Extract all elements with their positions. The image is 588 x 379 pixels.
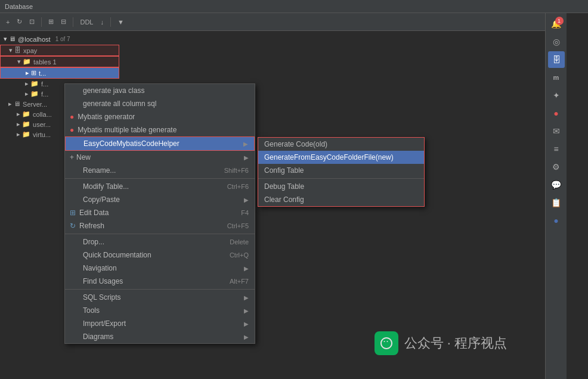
server-icon: ▸ 🖥: [8, 100, 20, 108]
edit-icon: ⊞: [70, 209, 76, 217]
menu-navigation[interactable]: Navigation ▶: [65, 262, 255, 275]
add-btn[interactable]: +: [4, 17, 12, 27]
sub-menu-clear[interactable]: Clear Config: [258, 193, 424, 206]
mybatis-icon: ●: [70, 113, 74, 121]
db-icon: ▾ 🗄: [9, 46, 21, 54]
menu-generate-column-sql[interactable]: generate all column sql: [65, 97, 255, 110]
clipboard-icon[interactable]: 📋: [548, 194, 565, 211]
tree-item-xpay[interactable]: ▾ 🗄 xpay: [0, 45, 119, 56]
red-icon-1[interactable]: ●: [548, 105, 565, 122]
m-icon[interactable]: m: [548, 69, 565, 86]
separator-2: [73, 17, 73, 27]
sub-menu-generate-new[interactable]: GenerateFromEasyCodeFolderFile(new): [258, 151, 424, 164]
refresh-btn[interactable]: ↻: [14, 17, 24, 27]
menu-refresh[interactable]: ↻ Refresh Ctrl+F5: [65, 219, 255, 232]
mybatis2-icon: ●: [70, 126, 74, 134]
menu-rename[interactable]: Rename... Shift+F6: [65, 164, 255, 177]
menu-mybatis-gen[interactable]: ● Mybatis generator: [65, 110, 255, 123]
tree-localhost[interactable]: ▾ 🖥 @localhost 1 of 7: [0, 33, 119, 45]
localhost-icon: ▾ 🖥: [4, 35, 16, 43]
refresh-icon: ↻: [70, 222, 76, 230]
import-export-arrow: ▶: [244, 321, 249, 327]
menu-drop[interactable]: Drop... Delete: [65, 235, 255, 248]
database-icon[interactable]: 🗄: [548, 51, 565, 68]
localhost-label: @localhost: [18, 36, 51, 43]
menu-divider-3: [65, 289, 255, 290]
blue-dot-icon[interactable]: ●: [548, 212, 565, 229]
user-label: user...: [33, 121, 51, 128]
colla-label: colla...: [33, 111, 52, 118]
table-btn[interactable]: ⊟: [58, 17, 69, 27]
menu-sql-scripts[interactable]: SQL Scripts ▶: [65, 291, 255, 304]
title-bar: Database: [0, 0, 588, 13]
server-label: Server...: [23, 101, 47, 108]
sync-btn[interactable]: ⊡: [27, 17, 37, 27]
context-menu: generate java class generate all column …: [64, 83, 255, 344]
menu-divider-2: [65, 234, 255, 234]
folder-f1-icon: ▸ 📁: [25, 80, 39, 88]
tables-label: tables 1: [33, 58, 57, 66]
wechat-logo: [375, 331, 398, 355]
menu-find-usages[interactable]: Find Usages Alt+F7: [65, 275, 255, 288]
notification-icon[interactable]: 🔔 1: [548, 15, 565, 32]
main-layout: + ↻ ⊡ ⊞ ⊟ DDL ↓ ▼ ▾ 🖥 @localhost 1 of 7 …: [0, 13, 588, 379]
separator-1: [41, 17, 42, 27]
watermark: 公众号 · 程序视点: [375, 331, 507, 355]
circle-icon[interactable]: ◎: [548, 33, 565, 50]
localhost-badge: 1 of 7: [55, 36, 70, 42]
schema-btn[interactable]: ⊞: [46, 17, 56, 27]
star-icon[interactable]: ✦: [548, 87, 565, 104]
menu-mybatis-multi[interactable]: ● Mybatis multiple table generate: [65, 123, 255, 136]
menu-tools[interactable]: Tools ▶: [65, 304, 255, 317]
folder-f2-label: f...: [41, 91, 48, 98]
right-icon-bar: 🔔 1 ◎ 🗄 m ✦ ● ✉ ≡ ⚙ 💬 📋 ●: [545, 13, 567, 379]
menu-import-export[interactable]: Import/Export ▶: [65, 317, 255, 330]
separator-3: [110, 17, 111, 27]
diagrams-arrow: ▶: [244, 334, 249, 340]
virtu-label: virtu...: [33, 131, 51, 138]
menu-edit-data[interactable]: ⊞ Edit Data F4: [65, 206, 255, 219]
gear-icon[interactable]: ⚙: [548, 159, 565, 175]
menu-easycode[interactable]: EasyCodeMybatisCodeHelper ▶ Generate Cod…: [65, 136, 255, 151]
table-t-label: t...: [39, 70, 46, 77]
sql-arrow: ▶: [244, 294, 249, 301]
mail-icon[interactable]: ✉: [548, 123, 565, 139]
easycode-arrow: ▶: [243, 141, 248, 147]
title-text: Database: [5, 3, 33, 10]
menu-modify[interactable]: Modify Table... Ctrl+F6: [65, 180, 255, 193]
notification-badge: 1: [555, 17, 564, 25]
watermark-text: 公众号 · 程序视点: [404, 334, 507, 352]
nav-arrow: ▶: [244, 265, 249, 272]
sub-menu: Generate Code(old) GenerateFromEasyCodeF…: [258, 137, 425, 207]
copy-paste-arrow: ▶: [244, 197, 249, 203]
folder-f1-label: f...: [41, 80, 48, 88]
sub-menu-generate-old[interactable]: Generate Code(old): [258, 138, 424, 151]
menu-copy-paste[interactable]: Copy/Paste ▶: [65, 193, 255, 206]
folder-icon: ▾ 📁: [17, 58, 31, 66]
sidebar: + ↻ ⊡ ⊞ ⊟ DDL ↓ ▼ ▾ 🖥 @localhost 1 of 7 …: [0, 13, 567, 379]
menu-generate-java[interactable]: generate java class: [65, 84, 255, 97]
new-plus-icon: +: [70, 153, 74, 161]
tree-item-tables[interactable]: ▾ 📁 tables 1: [0, 56, 119, 67]
virtu-icon: ▸ 📁: [17, 131, 30, 138]
menu-divider-1: [65, 178, 255, 179]
new-arrow: ▶: [244, 154, 249, 161]
xpay-label: xpay: [23, 47, 37, 54]
toolbar: + ↻ ⊡ ⊞ ⊟ DDL ↓ ▼: [0, 13, 567, 31]
chat-icon[interactable]: 💬: [548, 176, 565, 193]
menu-quick-doc[interactable]: Quick Documentation Ctrl+Q: [65, 248, 255, 262]
table-icon: ▸ ⊞: [26, 69, 36, 77]
arrow-btn[interactable]: ↓: [98, 17, 106, 27]
ddl-btn[interactable]: DDL: [78, 17, 95, 27]
menu-icon[interactable]: ≡: [548, 141, 565, 157]
folder-f2-icon: ▸ 📁: [25, 90, 39, 98]
menu-new[interactable]: + New ▶: [65, 151, 255, 164]
tree-item-table-t[interactable]: ▸ ⊞ t...: [0, 67, 119, 79]
colla-icon: ▸ 📁: [17, 110, 30, 118]
sub-divider: [258, 178, 424, 179]
sub-menu-config-table[interactable]: Config Table: [258, 164, 424, 177]
user-icon: ▸ 📁: [17, 120, 30, 128]
sub-menu-debug[interactable]: Debug Table: [258, 180, 424, 193]
menu-diagrams[interactable]: Diagrams ▶: [65, 330, 255, 343]
filter-btn[interactable]: ▼: [115, 17, 126, 27]
